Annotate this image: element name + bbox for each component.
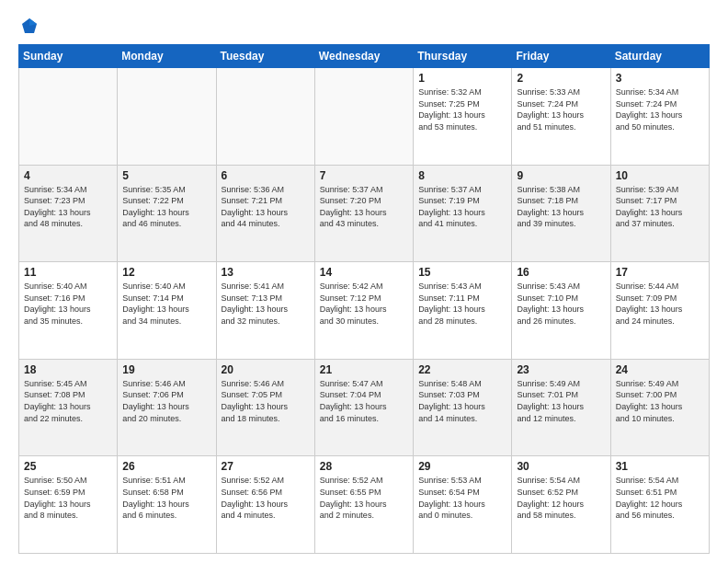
day-number: 17 bbox=[616, 266, 704, 279]
day-number: 5 bbox=[122, 169, 210, 182]
calendar-cell: 20Sunrise: 5:46 AMSunset: 7:05 PMDayligh… bbox=[216, 359, 314, 456]
day-number: 18 bbox=[24, 363, 112, 376]
day-info: Sunrise: 5:32 AMSunset: 7:25 PMDaylight:… bbox=[418, 86, 506, 132]
day-number: 14 bbox=[320, 266, 408, 279]
day-number: 13 bbox=[222, 266, 310, 279]
day-info: Sunrise: 5:33 AMSunset: 7:24 PMDaylight:… bbox=[517, 86, 605, 132]
day-info: Sunrise: 5:43 AMSunset: 7:10 PMDaylight:… bbox=[517, 281, 605, 327]
calendar-cell: 11Sunrise: 5:40 AMSunset: 7:16 PMDayligh… bbox=[19, 262, 118, 360]
day-info: Sunrise: 5:52 AMSunset: 6:56 PMDaylight:… bbox=[222, 475, 310, 521]
day-info: Sunrise: 5:50 AMSunset: 6:59 PMDaylight:… bbox=[24, 475, 112, 521]
day-number: 3 bbox=[616, 72, 704, 85]
day-number: 31 bbox=[616, 460, 704, 473]
day-info: Sunrise: 5:51 AMSunset: 6:58 PMDaylight:… bbox=[122, 475, 210, 521]
day-info: Sunrise: 5:54 AMSunset: 6:51 PMDaylight:… bbox=[616, 475, 704, 521]
calendar-cell: 2Sunrise: 5:33 AMSunset: 7:24 PMDaylight… bbox=[512, 68, 610, 166]
calendar-week-4: 18Sunrise: 5:45 AMSunset: 7:08 PMDayligh… bbox=[19, 359, 710, 456]
day-info: Sunrise: 5:42 AMSunset: 7:12 PMDaylight:… bbox=[320, 281, 408, 327]
day-number: 1 bbox=[418, 72, 506, 85]
calendar-week-3: 11Sunrise: 5:40 AMSunset: 7:16 PMDayligh… bbox=[19, 262, 710, 360]
calendar-cell: 5Sunrise: 5:35 AMSunset: 7:22 PMDaylight… bbox=[118, 165, 216, 262]
day-info: Sunrise: 5:54 AMSunset: 6:52 PMDaylight:… bbox=[517, 475, 605, 521]
calendar-cell: 8Sunrise: 5:37 AMSunset: 7:19 PMDaylight… bbox=[414, 165, 512, 262]
day-info: Sunrise: 5:49 AMSunset: 7:00 PMDaylight:… bbox=[616, 378, 704, 424]
calendar-cell: 19Sunrise: 5:46 AMSunset: 7:06 PMDayligh… bbox=[118, 359, 216, 456]
day-info: Sunrise: 5:40 AMSunset: 7:16 PMDaylight:… bbox=[24, 281, 112, 327]
day-number: 27 bbox=[222, 460, 310, 473]
day-number: 12 bbox=[122, 266, 210, 279]
weekday-header-monday: Monday bbox=[118, 45, 216, 68]
calendar-cell: 10Sunrise: 5:39 AMSunset: 7:17 PMDayligh… bbox=[610, 165, 709, 262]
weekday-header-wednesday: Wednesday bbox=[314, 45, 413, 68]
calendar-cell: 4Sunrise: 5:34 AMSunset: 7:23 PMDaylight… bbox=[19, 165, 118, 262]
day-number: 29 bbox=[418, 460, 506, 473]
day-number: 11 bbox=[24, 266, 112, 279]
day-info: Sunrise: 5:38 AMSunset: 7:18 PMDaylight:… bbox=[517, 184, 605, 230]
day-number: 16 bbox=[517, 266, 605, 279]
calendar-cell: 21Sunrise: 5:47 AMSunset: 7:04 PMDayligh… bbox=[314, 359, 413, 456]
calendar-cell: 15Sunrise: 5:43 AMSunset: 7:11 PMDayligh… bbox=[414, 262, 512, 360]
calendar-cell: 14Sunrise: 5:42 AMSunset: 7:12 PMDayligh… bbox=[314, 262, 413, 360]
day-number: 26 bbox=[122, 460, 210, 473]
weekday-header-tuesday: Tuesday bbox=[216, 45, 314, 68]
calendar-cell: 28Sunrise: 5:52 AMSunset: 6:55 PMDayligh… bbox=[314, 456, 413, 554]
day-number: 28 bbox=[320, 460, 408, 473]
day-info: Sunrise: 5:39 AMSunset: 7:17 PMDaylight:… bbox=[616, 184, 704, 230]
calendar-cell bbox=[216, 68, 314, 166]
calendar-cell: 31Sunrise: 5:54 AMSunset: 6:51 PMDayligh… bbox=[610, 456, 709, 554]
calendar-cell: 1Sunrise: 5:32 AMSunset: 7:25 PMDaylight… bbox=[414, 68, 512, 166]
day-number: 30 bbox=[517, 460, 605, 473]
day-info: Sunrise: 5:53 AMSunset: 6:54 PMDaylight:… bbox=[418, 475, 506, 521]
calendar-cell: 27Sunrise: 5:52 AMSunset: 6:56 PMDayligh… bbox=[216, 456, 314, 554]
calendar-cell: 3Sunrise: 5:34 AMSunset: 7:24 PMDaylight… bbox=[610, 68, 709, 166]
day-info: Sunrise: 5:46 AMSunset: 7:05 PMDaylight:… bbox=[222, 378, 310, 424]
calendar-cell bbox=[314, 68, 413, 166]
day-info: Sunrise: 5:48 AMSunset: 7:03 PMDaylight:… bbox=[418, 378, 506, 424]
day-number: 23 bbox=[517, 363, 605, 376]
day-number: 24 bbox=[616, 363, 704, 376]
day-number: 25 bbox=[24, 460, 112, 473]
day-number: 20 bbox=[222, 363, 310, 376]
calendar-cell bbox=[118, 68, 216, 166]
calendar-cell: 18Sunrise: 5:45 AMSunset: 7:08 PMDayligh… bbox=[19, 359, 118, 456]
day-number: 4 bbox=[24, 169, 112, 182]
day-info: Sunrise: 5:52 AMSunset: 6:55 PMDaylight:… bbox=[320, 475, 408, 521]
calendar-table: SundayMondayTuesdayWednesdayThursdayFrid… bbox=[18, 44, 710, 554]
day-number: 8 bbox=[418, 169, 506, 182]
calendar-cell: 26Sunrise: 5:51 AMSunset: 6:58 PMDayligh… bbox=[118, 456, 216, 554]
day-info: Sunrise: 5:47 AMSunset: 7:04 PMDaylight:… bbox=[320, 378, 408, 424]
calendar-cell: 17Sunrise: 5:44 AMSunset: 7:09 PMDayligh… bbox=[610, 262, 709, 360]
day-number: 22 bbox=[418, 363, 506, 376]
day-info: Sunrise: 5:34 AMSunset: 7:24 PMDaylight:… bbox=[616, 86, 704, 132]
calendar-cell: 29Sunrise: 5:53 AMSunset: 6:54 PMDayligh… bbox=[414, 456, 512, 554]
weekday-header-saturday: Saturday bbox=[610, 45, 709, 68]
calendar-cell: 16Sunrise: 5:43 AMSunset: 7:10 PMDayligh… bbox=[512, 262, 610, 360]
day-info: Sunrise: 5:36 AMSunset: 7:21 PMDaylight:… bbox=[222, 184, 310, 230]
day-number: 2 bbox=[517, 72, 605, 85]
calendar-cell: 22Sunrise: 5:48 AMSunset: 7:03 PMDayligh… bbox=[414, 359, 512, 456]
day-number: 7 bbox=[320, 169, 408, 182]
day-number: 6 bbox=[222, 169, 310, 182]
calendar-cell: 9Sunrise: 5:38 AMSunset: 7:18 PMDaylight… bbox=[512, 165, 610, 262]
calendar-cell: 13Sunrise: 5:41 AMSunset: 7:13 PMDayligh… bbox=[216, 262, 314, 360]
day-info: Sunrise: 5:46 AMSunset: 7:06 PMDaylight:… bbox=[122, 378, 210, 424]
header bbox=[18, 17, 710, 35]
logo bbox=[18, 17, 39, 35]
day-info: Sunrise: 5:37 AMSunset: 7:20 PMDaylight:… bbox=[320, 184, 408, 230]
weekday-header-friday: Friday bbox=[512, 45, 610, 68]
day-info: Sunrise: 5:37 AMSunset: 7:19 PMDaylight:… bbox=[418, 184, 506, 230]
day-number: 15 bbox=[418, 266, 506, 279]
calendar-cell: 12Sunrise: 5:40 AMSunset: 7:14 PMDayligh… bbox=[118, 262, 216, 360]
day-info: Sunrise: 5:49 AMSunset: 7:01 PMDaylight:… bbox=[517, 378, 605, 424]
day-number: 9 bbox=[517, 169, 605, 182]
day-number: 21 bbox=[320, 363, 408, 376]
page: SundayMondayTuesdayWednesdayThursdayFrid… bbox=[0, 0, 728, 563]
calendar-cell: 30Sunrise: 5:54 AMSunset: 6:52 PMDayligh… bbox=[512, 456, 610, 554]
weekday-header-row: SundayMondayTuesdayWednesdayThursdayFrid… bbox=[19, 45, 710, 68]
day-info: Sunrise: 5:35 AMSunset: 7:22 PMDaylight:… bbox=[122, 184, 210, 230]
calendar-week-1: 1Sunrise: 5:32 AMSunset: 7:25 PMDaylight… bbox=[19, 68, 710, 166]
day-number: 10 bbox=[616, 169, 704, 182]
calendar-cell: 24Sunrise: 5:49 AMSunset: 7:00 PMDayligh… bbox=[610, 359, 709, 456]
calendar-cell: 6Sunrise: 5:36 AMSunset: 7:21 PMDaylight… bbox=[216, 165, 314, 262]
weekday-header-sunday: Sunday bbox=[19, 45, 118, 68]
